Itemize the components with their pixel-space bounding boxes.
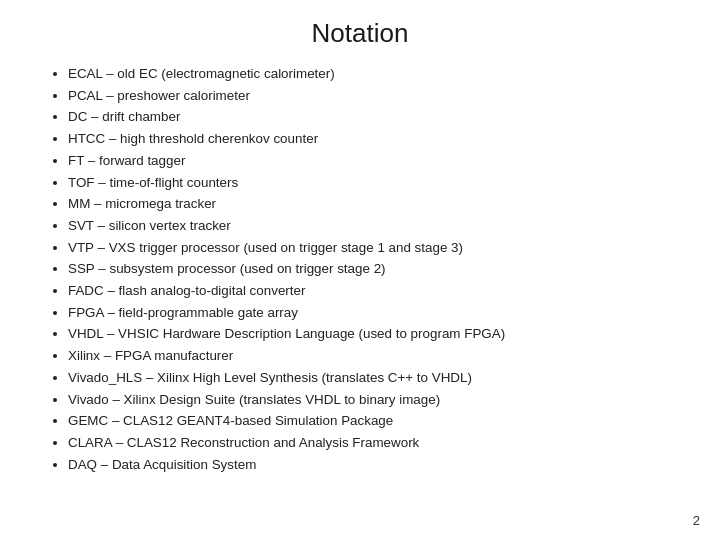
slide-title: Notation: [40, 18, 680, 49]
list-item: Vivado – Xilinx Design Suite (translates…: [68, 389, 680, 411]
page-number: 2: [693, 513, 700, 528]
list-item: PCAL – preshower calorimeter: [68, 85, 680, 107]
list-item: HTCC – high threshold cherenkov counter: [68, 128, 680, 150]
list-item: FPGA – field-programmable gate array: [68, 302, 680, 324]
list-item: Vivado_HLS – Xilinx High Level Synthesis…: [68, 367, 680, 389]
list-item: Xilinx – FPGA manufacturer: [68, 345, 680, 367]
list-item: TOF – time-of-flight counters: [68, 172, 680, 194]
list-item: FT – forward tagger: [68, 150, 680, 172]
list-item: MM – micromega tracker: [68, 193, 680, 215]
list-item: DAQ – Data Acquisition System: [68, 454, 680, 476]
list-item: SVT – silicon vertex tracker: [68, 215, 680, 237]
list-item: SSP – subsystem processor (used on trigg…: [68, 258, 680, 280]
list-item: VTP – VXS trigger processor (used on tri…: [68, 237, 680, 259]
list-item: VHDL – VHSIC Hardware Description Langua…: [68, 323, 680, 345]
slide: Notation ECAL – old EC (electromagnetic …: [0, 0, 720, 540]
list-item: ECAL – old EC (electromagnetic calorimet…: [68, 63, 680, 85]
notation-list: ECAL – old EC (electromagnetic calorimet…: [40, 63, 680, 475]
list-item: FADC – flash analog-to-digital converter: [68, 280, 680, 302]
list-item: DC – drift chamber: [68, 106, 680, 128]
list-item: GEMC – CLAS12 GEANT4-based Simulation Pa…: [68, 410, 680, 432]
list-item: CLARA – CLAS12 Reconstruction and Analys…: [68, 432, 680, 454]
